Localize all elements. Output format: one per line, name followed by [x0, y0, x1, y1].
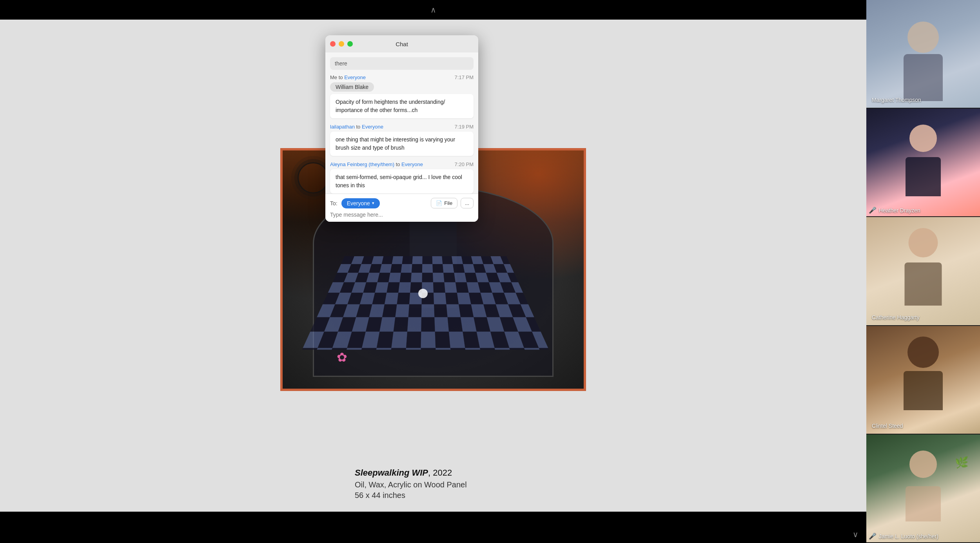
video-tile-jamie: 🌿 🎤 Jamie L. Luoto (she/her)	[866, 434, 980, 543]
participant-name-heather: Heather Drayzen	[879, 207, 920, 214]
chat-sender-1: Me to Everyone	[330, 74, 366, 80]
chat-message-input[interactable]	[330, 212, 474, 218]
chat-time-1: 7:17 PM	[455, 74, 474, 80]
chat-meta-3: Aleyna Feinberg (they/them) to Everyone …	[330, 161, 474, 167]
white-dot	[418, 289, 428, 298]
top-bar: ∧	[0, 0, 866, 20]
chat-message-3: Aleyna Feinberg (they/them) to Everyone …	[330, 161, 474, 194]
artwork-dimensions: 56 x 44 inches	[355, 491, 512, 500]
video-tile-heather: 🎤 Heather Drayzen	[866, 109, 980, 217]
main-content-area: ∧ Sleepwalking WIP, 2022 Oil, Wax, Acryl…	[0, 0, 866, 543]
tile-label-row-jamie: 🎤 Jamie L. Luoto (she/her)	[869, 532, 978, 540]
chat-meta-1: Me to Everyone 7:17 PM	[330, 74, 474, 80]
pink-plant	[337, 341, 352, 365]
participant-name-clintel: Clintel Steed	[872, 423, 903, 429]
close-button[interactable]	[330, 41, 336, 47]
chat-time-2: 7:19 PM	[455, 124, 474, 130]
chat-to-row: To: Everyone ▾ 📄 File ...	[330, 198, 474, 208]
participant-name-margaret: Margaret Thompson	[872, 97, 921, 103]
artwork-info: Sleepwalking WIP, 2022 Oil, Wax, Acrylic…	[355, 468, 512, 500]
chat-message-2: lailapathan to Everyone 7:19 PM one thin…	[330, 124, 474, 156]
traffic-lights	[330, 41, 353, 47]
everyone-dropdown-button[interactable]: Everyone ▾	[341, 198, 380, 208]
maximize-button[interactable]	[347, 41, 353, 47]
chat-meta-2: lailapathan to Everyone 7:19 PM	[330, 124, 474, 130]
checker-pattern	[302, 256, 549, 350]
chat-to-label: To:	[330, 200, 338, 206]
bottom-bar: ∨	[0, 512, 866, 543]
chat-recipient-1: Everyone	[344, 74, 366, 80]
artwork-title-text: Sleepwalking WIP	[355, 468, 428, 478]
chat-bubble-3: that semi-formed, semi-opaque grid... I …	[330, 169, 474, 194]
chat-panel: Chat there Me to Everyone 7:17 PM Willia…	[325, 35, 478, 222]
mic-muted-icon-heather: 🎤	[869, 206, 877, 214]
william-blake-tag: William Blake	[330, 82, 374, 92]
chat-sender-link-2: lailapathan	[330, 124, 355, 130]
chat-sender-2: lailapathan to Everyone	[330, 124, 383, 130]
chat-bubble-1: Opacity of form heightens the understand…	[330, 94, 474, 118]
video-tile-margaret: Margaret Thompson	[866, 0, 980, 109]
artwork-title: Sleepwalking WIP, 2022	[355, 468, 512, 478]
video-tile-catherine: Catherine Haggarty	[866, 217, 980, 326]
chat-input-area: To: Everyone ▾ 📄 File ...	[325, 194, 478, 222]
file-label: File	[444, 200, 452, 206]
chat-sender-link-3: Aleyna Feinberg (they/them)	[330, 161, 394, 167]
artwork-year: , 2022	[428, 468, 452, 478]
chat-message-1: Me to Everyone 7:17 PM William Blake Opa…	[330, 74, 474, 118]
presentation-area: Sleepwalking WIP, 2022 Oil, Wax, Acrylic…	[0, 20, 866, 512]
chevron-down-icon[interactable]: ∨	[853, 530, 858, 539]
participant-name-jamie: Jamie L. Luoto (she/her)	[879, 533, 938, 539]
chat-preview-message: there	[330, 57, 474, 70]
artwork-medium: Oil, Wax, Acrylic on Wood Panel	[355, 480, 512, 489]
mic-muted-icon-jamie: 🎤	[869, 532, 877, 540]
everyone-label: Everyone	[347, 200, 370, 206]
video-tile-clintel: Clintel Steed	[866, 326, 980, 434]
chat-sender-3: Aleyna Feinberg (they/them) to Everyone	[330, 161, 423, 167]
chat-titlebar: Chat	[325, 35, 478, 52]
chat-actions: 📄 File ...	[431, 198, 474, 208]
chat-recipient-3: Everyone	[401, 161, 423, 167]
chevron-up-icon[interactable]: ∧	[427, 6, 439, 14]
chat-time-3: 7:20 PM	[455, 161, 474, 167]
chat-input-row	[330, 212, 474, 218]
tile-label-row-heather: 🎤 Heather Drayzen	[869, 206, 978, 214]
participants-sidebar: Margaret Thompson 🎤 Heather Drayzen Cath…	[866, 0, 980, 543]
chat-title: Chat	[396, 41, 408, 47]
chat-messages[interactable]: there Me to Everyone 7:17 PM William Bla…	[325, 52, 478, 194]
participant-name-catherine: Catherine Haggarty	[872, 314, 919, 320]
minimize-button[interactable]	[339, 41, 344, 47]
everyone-chevron-icon: ▾	[372, 201, 374, 206]
chat-recipient-2: Everyone	[362, 124, 383, 130]
more-options-button[interactable]: ...	[461, 198, 474, 208]
chat-bubble-2: one thing that might be interesting is v…	[330, 132, 474, 156]
file-icon: 📄	[436, 200, 442, 206]
file-button[interactable]: 📄 File	[431, 198, 457, 208]
